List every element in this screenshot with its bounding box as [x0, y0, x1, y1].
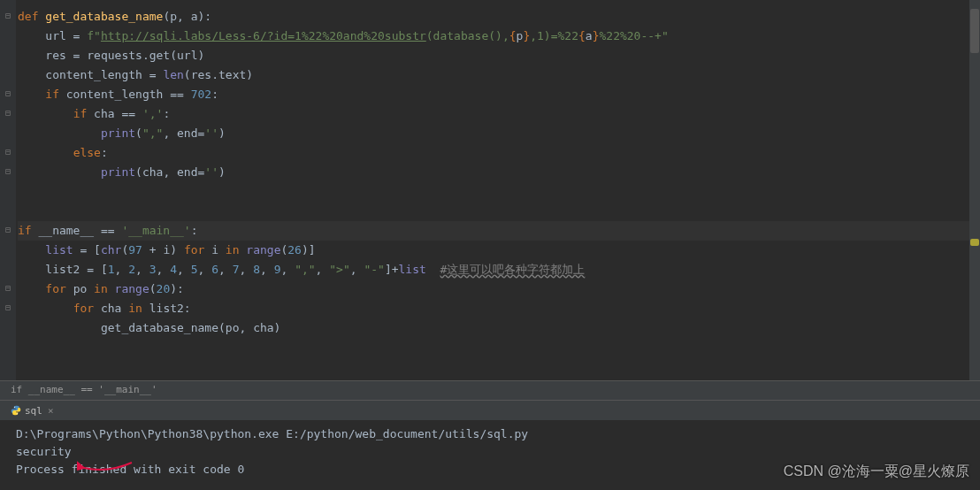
fold-icon[interactable]: ⊟	[4, 166, 12, 176]
fold-icon[interactable]: ⊟	[4, 88, 12, 98]
fold-icon[interactable]: ⊟	[4, 283, 12, 293]
fold-icon[interactable]: ⊟	[4, 225, 12, 234]
code-line[interactable]: if __name__ == '__main__':	[18, 221, 980, 241]
gutter: ⊟⊟⊟⊟⊟⊟⊟⊟	[0, 0, 16, 380]
close-icon[interactable]: ×	[48, 405, 54, 417]
console-tabs: sql ×	[0, 401, 980, 420]
svg-point-0	[14, 407, 15, 408]
scrollbar-thumb[interactable]	[970, 9, 979, 53]
fold-icon[interactable]: ⊟	[4, 147, 12, 157]
breadcrumb[interactable]: if __name__ == '__main__'	[0, 380, 980, 400]
console-tab-label: sql	[25, 405, 42, 417]
console-line: security	[16, 443, 964, 461]
code-line[interactable]: get_database_name(po, cha)	[18, 318, 980, 338]
code-line[interactable]: list = [chr(97 + i) for i in range(26)]	[18, 241, 980, 260]
code-line[interactable]: if content_length == 702:	[18, 85, 980, 104]
scrollbar-track[interactable]	[969, 0, 980, 380]
code-line[interactable]: url = f"http://sqli.labs/Less-6/?id=1%22…	[18, 27, 980, 46]
code-line[interactable]	[18, 202, 980, 221]
code-line[interactable]: print(cha, end='')	[18, 163, 980, 182]
code-line[interactable]: print(",", end='')	[18, 124, 980, 143]
code-line[interactable]: for cha in list2:	[18, 299, 980, 318]
watermark: CSDN @沧海一粟@星火燎原	[784, 463, 969, 481]
code-line[interactable]: content_length = len(res.text)	[18, 65, 980, 85]
scrollbar-marker	[970, 239, 979, 246]
code-line[interactable]: def get_database_name(p, a):	[18, 7, 980, 27]
code-line[interactable]: res = requests.get(url)	[18, 46, 980, 65]
code-line[interactable]: if cha == ',':	[18, 104, 980, 124]
code-line[interactable]: list2 = [1, 2, 3, 4, 5, 6, 7, 8, 9, ",",…	[18, 260, 980, 279]
code-editor[interactable]: ⊟⊟⊟⊟⊟⊟⊟⊟ def get_database_name(p, a): ur…	[0, 0, 980, 380]
code-line[interactable]	[18, 338, 980, 357]
fold-icon[interactable]: ⊟	[4, 11, 12, 20]
code-line[interactable]: else:	[18, 143, 980, 163]
console-tab-sql[interactable]: sql ×	[5, 403, 59, 418]
svg-point-1	[17, 413, 18, 414]
python-icon	[11, 405, 21, 416]
code-line[interactable]: for po in range(20):	[18, 279, 980, 299]
fold-icon[interactable]: ⊟	[4, 302, 12, 312]
code-line[interactable]	[18, 182, 980, 202]
breadcrumb-text: if __name__ == '__main__'	[11, 384, 157, 395]
code-content[interactable]: def get_database_name(p, a): url = f"htt…	[0, 0, 980, 364]
console-line: D:\Programs\Python\Python38\python.exe E…	[16, 425, 964, 443]
fold-icon[interactable]: ⊟	[4, 108, 12, 118]
